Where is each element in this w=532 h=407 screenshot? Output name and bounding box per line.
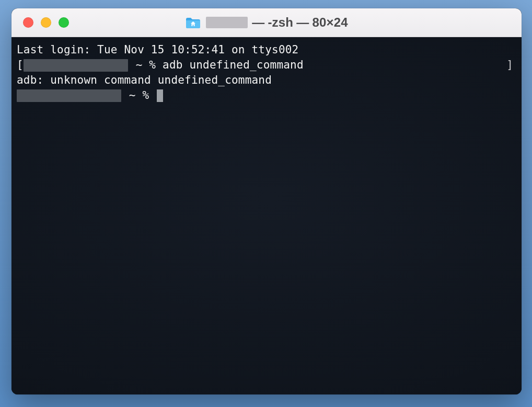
zoom-button[interactable] <box>59 17 69 28</box>
cursor-icon <box>157 89 163 102</box>
prompt-user-host-redacted <box>17 89 121 102</box>
prompt-tail: ~ % <box>129 58 163 73</box>
window-title: — -zsh — 80×24 <box>11 15 522 30</box>
line-end-bracket: ] <box>506 58 516 73</box>
traffic-lights <box>11 17 69 28</box>
terminal-window: — -zsh — 80×24 Last login: Tue Nov 15 10… <box>11 8 522 394</box>
terminal-line-last-login: Last login: Tue Nov 15 10:52:41 on ttys0… <box>17 42 516 58</box>
prompt-user-host-redacted <box>24 59 128 72</box>
title-sep-2: — <box>296 15 309 30</box>
minimize-button[interactable] <box>41 17 51 28</box>
terminal-line-prompt-1: [ ~ % adb undefined_command ] <box>17 58 516 73</box>
output-text: adb: unknown command undefined_command <box>17 73 272 88</box>
terminal-line-prompt-2: ~ % <box>17 88 516 103</box>
title-size: 80×24 <box>312 15 348 30</box>
terminal-body[interactable]: Last login: Tue Nov 15 10:52:41 on ttys0… <box>11 37 522 394</box>
folder-home-icon <box>185 16 201 29</box>
titlebar[interactable]: — -zsh — 80×24 <box>11 8 522 37</box>
title-redacted <box>206 17 248 28</box>
command-text: adb undefined_command <box>163 58 304 73</box>
close-button[interactable] <box>23 17 33 28</box>
prompt-tail: ~ % <box>122 88 156 103</box>
prompt-open-bracket: [ <box>17 58 24 73</box>
terminal-line-output: adb: unknown command undefined_command <box>17 73 516 88</box>
title-sep-1: — <box>252 15 264 30</box>
title-shell: -zsh <box>268 15 293 30</box>
last-login-text: Last login: Tue Nov 15 10:52:41 on ttys0… <box>17 42 298 58</box>
